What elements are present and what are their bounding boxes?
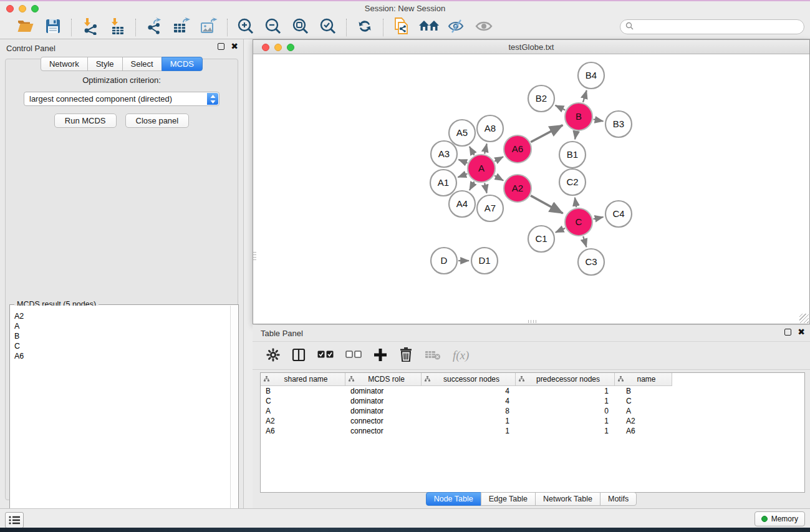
edge-A-A5[interactable]: [470, 147, 475, 155]
network-canvas[interactable]: B4B2BB3A8A5A6A3B1AC2A1A2A4A7C4CC1C3DD1: [254, 55, 809, 323]
minimize-window-button[interactable]: [19, 5, 26, 12]
tab-style[interactable]: Style: [87, 57, 123, 71]
select-all-button[interactable]: [317, 348, 334, 363]
node-A5[interactable]: A5: [449, 120, 475, 146]
node-A3[interactable]: A3: [431, 141, 457, 167]
zoom-out-button[interactable]: [264, 18, 282, 37]
node-A1[interactable]: A1: [430, 170, 456, 196]
table-row[interactable]: Bdominator41B: [261, 386, 804, 396]
open-session-button[interactable]: [16, 18, 35, 37]
canvas-resize-grip[interactable]: [528, 320, 538, 323]
import-network-button[interactable]: [80, 18, 99, 37]
edge-A-A1[interactable]: [458, 173, 467, 177]
edge-B-B1[interactable]: [575, 132, 576, 140]
column-header-shared-name[interactable]: shared name: [261, 373, 345, 386]
tab-node-table[interactable]: Node Table: [426, 492, 481, 506]
trash-button[interactable]: [399, 348, 413, 363]
node-B3[interactable]: B3: [605, 111, 632, 137]
tab-select[interactable]: Select: [122, 57, 162, 71]
mcds-result-item[interactable]: A: [14, 321, 230, 331]
import-table-button[interactable]: [108, 18, 127, 37]
table-row[interactable]: Adominator80A: [261, 406, 804, 416]
node-A2[interactable]: A2: [504, 175, 531, 202]
tab-network[interactable]: Network: [41, 57, 88, 71]
zoom-network-window-button[interactable]: [287, 44, 294, 51]
column-header-MCDS-role[interactable]: MCDS role: [345, 373, 422, 386]
export-image-button[interactable]: [200, 18, 218, 37]
edge-C-C3[interactable]: [583, 236, 586, 247]
clone-network-button[interactable]: [392, 18, 411, 37]
memory-button[interactable]: Memory: [755, 511, 805, 526]
mcds-result-item[interactable]: B: [14, 331, 230, 341]
columns-button[interactable]: [292, 348, 306, 363]
node-B1[interactable]: B1: [559, 142, 586, 168]
panel-divider-grip[interactable]: [253, 252, 256, 262]
mcds-result-item[interactable]: A2: [14, 311, 230, 321]
minimize-network-window-button[interactable]: [274, 44, 282, 51]
column-header-name[interactable]: name: [615, 373, 672, 386]
edge-C-C4[interactable]: [594, 217, 604, 219]
edge-A-A8[interactable]: [485, 143, 487, 153]
add-button[interactable]: [374, 348, 387, 363]
node-C2[interactable]: C2: [559, 169, 586, 195]
hide-details-button[interactable]: [447, 18, 466, 37]
mcds-result-item[interactable]: C: [14, 341, 230, 351]
tab-mcds[interactable]: MCDS: [162, 57, 203, 71]
edge-C-C2[interactable]: [575, 198, 576, 208]
node-D[interactable]: D: [431, 248, 457, 274]
mcds-result-list[interactable]: A2ABCA6: [11, 306, 230, 516]
zoom-fit-button[interactable]: [291, 18, 310, 37]
node-A4[interactable]: A4: [449, 191, 475, 217]
tab-edge-table[interactable]: Edge Table: [481, 492, 536, 506]
criterion-dropdown[interactable]: largest connected component (directed): [24, 92, 219, 106]
export-network-button[interactable]: [145, 18, 163, 37]
edge-C-C1[interactable]: [556, 228, 565, 233]
node-A8[interactable]: A8: [477, 115, 503, 142]
save-session-button[interactable]: [44, 18, 62, 37]
export-table-button[interactable]: [172, 18, 191, 37]
tab-network-table[interactable]: Network Table: [535, 492, 600, 506]
show-eye-button[interactable]: [475, 18, 493, 37]
float-table-panel-icon[interactable]: [784, 329, 791, 336]
home-button[interactable]: [420, 18, 438, 37]
edge-A2-C[interactable]: [531, 196, 563, 213]
node-C4[interactable]: C4: [605, 201, 632, 227]
table-row[interactable]: Cdominator41C: [261, 396, 804, 406]
node-D1[interactable]: D1: [471, 248, 498, 274]
zoom-in-button[interactable]: [236, 18, 255, 37]
destroy-table-button[interactable]: [425, 348, 441, 363]
gear-button[interactable]: [266, 348, 280, 363]
edge-A-A3[interactable]: [458, 160, 467, 163]
edge-A-A6[interactable]: [494, 157, 503, 161]
table-row[interactable]: A2connector11A2: [261, 416, 804, 426]
node-C1[interactable]: C1: [528, 226, 554, 252]
node-A6[interactable]: A6: [504, 135, 531, 163]
run-mcds-button[interactable]: Run MCDS: [54, 114, 117, 128]
close-window-button[interactable]: [6, 5, 14, 12]
column-header-predecessor-nodes[interactable]: predecessor nodes: [516, 373, 615, 386]
edge-B-B4[interactable]: [583, 90, 587, 102]
zoom-window-button[interactable]: [31, 5, 39, 12]
node-B[interactable]: B: [565, 103, 592, 130]
node-C[interactable]: C: [565, 208, 592, 236]
refresh-button[interactable]: [355, 18, 374, 37]
window-resize-grip[interactable]: [799, 314, 809, 323]
table-row[interactable]: A6connector11A6: [261, 426, 804, 436]
close-table-panel-icon[interactable]: ✖: [798, 329, 805, 336]
edge-A-A2[interactable]: [494, 176, 503, 181]
node-C3[interactable]: C3: [578, 249, 604, 275]
search-field[interactable]: [620, 19, 804, 34]
edge-B-B3[interactable]: [594, 119, 604, 121]
node-B4[interactable]: B4: [578, 62, 604, 89]
edge-A6-B[interactable]: [531, 125, 562, 142]
close-panel-button[interactable]: Close panel: [125, 114, 190, 128]
node-B2[interactable]: B2: [528, 85, 554, 112]
zoom-selected-button[interactable]: [319, 18, 337, 37]
edge-A-A7[interactable]: [485, 183, 487, 193]
mcds-result-item[interactable]: A6: [14, 351, 230, 361]
close-network-window-button[interactable]: [262, 44, 269, 51]
close-panel-icon[interactable]: ✖: [231, 43, 238, 50]
edge-B-B2[interactable]: [556, 105, 566, 110]
task-history-button[interactable]: [5, 512, 24, 528]
edge-A-A4[interactable]: [470, 181, 475, 190]
